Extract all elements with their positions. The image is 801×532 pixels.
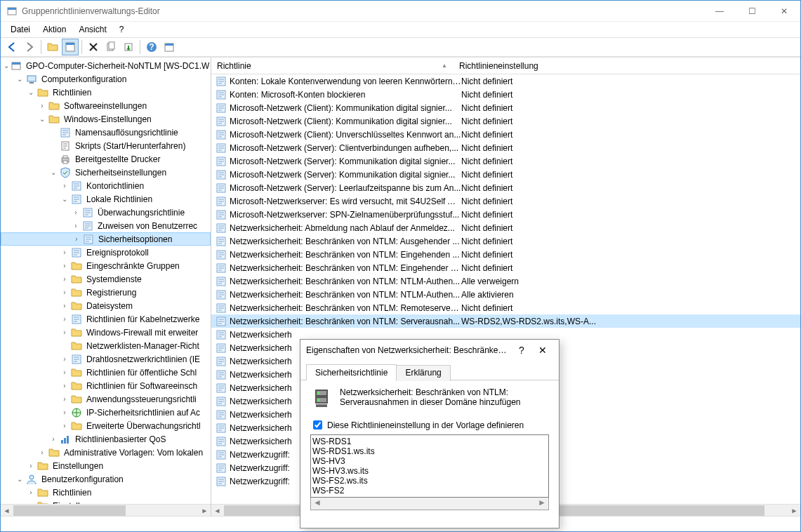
dialog-help-button[interactable]: ? xyxy=(511,345,532,356)
tree-item[interactable]: Netzwerklisten-Manager-Richt xyxy=(1,339,211,352)
scroll-left-button[interactable]: ◄ xyxy=(311,498,324,510)
policy-row[interactable]: Microsoft-Netzwerk (Server): Kommunikati… xyxy=(211,168,800,181)
tree-item[interactable]: ⌄Lokale Richtlinien xyxy=(1,192,211,206)
expand-toggle-icon[interactable]: › xyxy=(26,461,36,471)
scroll-right-button[interactable]: ► xyxy=(536,498,548,510)
tree-item[interactable]: ›Zuweisen von Benutzerrec xyxy=(1,219,211,232)
scroll-left-button[interactable]: ◄ xyxy=(1,505,13,516)
column-richtlinie[interactable]: Richtlinie▲ xyxy=(211,61,454,71)
tree-item[interactable]: ›Sicherheitsoptionen xyxy=(1,232,211,246)
tree-item[interactable]: ›Kontorichtlinien xyxy=(1,179,211,192)
menu-datei[interactable]: Datei xyxy=(5,23,36,36)
tree-horizontal-scrollbar[interactable]: ◄ ► xyxy=(1,504,211,516)
tree-item[interactable]: ›Eingeschränkte Gruppen xyxy=(1,259,211,272)
scroll-right-button[interactable]: ► xyxy=(199,505,211,516)
menu-help[interactable]: ? xyxy=(114,23,130,36)
expand-toggle-icon[interactable]: › xyxy=(71,208,81,218)
show-tree-button[interactable] xyxy=(62,39,79,55)
tree-item[interactable]: ⌄Computerkonfiguration xyxy=(1,72,211,86)
collapse-toggle-icon[interactable]: ⌄ xyxy=(26,88,36,98)
policy-row[interactable]: Netzwerksicherheit: Beschränken von NTLM… xyxy=(211,288,800,301)
delete-button[interactable] xyxy=(85,39,102,55)
tree-view[interactable]: ⌄GPO-Computer-Sicherheit-NoNTLM [WS-DC1.… xyxy=(1,58,211,504)
up-button[interactable] xyxy=(44,39,61,55)
tree-item[interactable]: ›Richtlinien für öffentliche Schl xyxy=(1,366,211,379)
policy-row[interactable]: Microsoft-Netzwerk (Server): Clientverbi… xyxy=(211,141,800,154)
tree-item[interactable]: ›Richtlinien xyxy=(1,486,211,499)
policy-row[interactable]: Konten: Microsoft-Konten blockierenNicht… xyxy=(211,88,800,101)
tree-item[interactable]: Skripts (Start/Herunterfahren) xyxy=(1,139,211,152)
tree-item[interactable]: ›Registrierung xyxy=(1,286,211,299)
tree-item[interactable]: ›Richtlinien für Kabelnetzwerke xyxy=(1,312,211,326)
close-button[interactable]: ✕ xyxy=(768,1,800,22)
tree-item[interactable]: ›Überwachungsrichtlinie xyxy=(1,206,211,219)
menu-ansicht[interactable]: Ansicht xyxy=(73,23,112,36)
policy-row[interactable]: Netzwerksicherheit: Beschränken von NTLM… xyxy=(211,234,800,248)
expand-toggle-icon[interactable]: › xyxy=(60,261,69,271)
tree-item[interactable]: ›Erweiterte Überwachungsrichtl xyxy=(1,419,211,432)
scroll-right-button[interactable]: ► xyxy=(788,505,800,516)
tree-item[interactable]: ›Richtlinienbasierter QoS xyxy=(1,432,211,446)
tree-item[interactable]: ›Einstellungen xyxy=(1,499,211,504)
nav-back-button[interactable] xyxy=(4,39,20,55)
tree-item[interactable]: ›Systemdienste xyxy=(1,272,211,286)
menu-aktion[interactable]: Aktion xyxy=(37,23,72,36)
expand-toggle-icon[interactable]: › xyxy=(60,368,69,378)
properties-button[interactable] xyxy=(102,39,119,55)
expand-toggle-icon[interactable]: › xyxy=(60,181,69,191)
tree-item[interactable]: ⌄GPO-Computer-Sicherheit-NoNTLM [WS-DC1.… xyxy=(1,59,211,72)
expand-toggle-icon[interactable]: › xyxy=(26,488,36,498)
tree-item[interactable]: ›Ereignisprotokoll xyxy=(1,246,211,259)
tree-item[interactable]: ›Windows-Firewall mit erweiter xyxy=(1,326,211,339)
policy-row[interactable]: Netzwerksicherheit: Beschränken von NTLM… xyxy=(211,274,800,288)
policy-row[interactable]: Microsoft-Netzwerk (Client): Unverschlüs… xyxy=(211,128,800,141)
collapse-toggle-icon[interactable]: ⌄ xyxy=(15,474,25,484)
maximize-button[interactable]: ☐ xyxy=(736,1,768,22)
tab-sicherheitsrichtlinie[interactable]: Sicherheitsrichtlinie xyxy=(306,364,397,380)
column-richtlinieneinstellung[interactable]: Richtlinieneinstellung xyxy=(454,61,545,71)
policy-row[interactable]: Netzwerksicherheit: Beschränken von NTLM… xyxy=(211,261,800,274)
expand-toggle-icon[interactable]: › xyxy=(37,448,47,458)
tree-item[interactable]: ›Softwareeinstellungen xyxy=(1,99,211,112)
expand-toggle-icon[interactable]: › xyxy=(48,434,58,444)
tree-item[interactable]: Bereitgestellte Drucker xyxy=(1,152,211,166)
tree-item[interactable]: ›Administrative Vorlagen: Vom lokalen xyxy=(1,446,211,459)
policy-row[interactable]: Microsoft-Netzwerk (Server): Kommunikati… xyxy=(211,154,800,168)
tree-item[interactable]: ⌄Windows-Einstellungen xyxy=(1,112,211,126)
policy-row[interactable]: Konten: Lokale Kontenverwendung von leer… xyxy=(211,74,800,88)
tree-item[interactable]: Namensauflösungsrichtlinie xyxy=(1,126,211,139)
expand-toggle-icon[interactable]: › xyxy=(60,288,69,298)
textarea-horizontal-scrollbar[interactable]: ◄ ► xyxy=(310,498,549,510)
extra-button[interactable] xyxy=(161,39,178,55)
expand-toggle-icon[interactable]: › xyxy=(60,328,69,338)
export-button[interactable] xyxy=(120,39,137,55)
expand-toggle-icon[interactable]: › xyxy=(60,381,69,391)
expand-toggle-icon[interactable]: › xyxy=(60,408,69,418)
collapse-toggle-icon[interactable]: ⌄ xyxy=(37,114,47,124)
collapse-toggle-icon[interactable]: ⌄ xyxy=(48,168,58,178)
policy-row[interactable]: Microsoft-Netzwerk (Server): Leerlaufzei… xyxy=(211,181,800,194)
define-checkbox-row[interactable]: Diese Richtlinieneinstellung in der Vorl… xyxy=(310,418,549,432)
tree-item[interactable]: ⌄Benutzerkonfiguration xyxy=(1,472,211,486)
tree-item[interactable]: ›Richtlinien für Softwareeinsch xyxy=(1,379,211,392)
minimize-button[interactable]: — xyxy=(703,1,736,22)
collapse-toggle-icon[interactable]: ⌄ xyxy=(15,74,25,84)
policy-row[interactable]: Netzwerksicherheit: Abmeldung nach Ablau… xyxy=(211,221,800,234)
tree-item[interactable]: ›Dateisystem xyxy=(1,299,211,312)
expand-toggle-icon[interactable]: › xyxy=(72,234,81,244)
server-exceptions-textarea[interactable] xyxy=(310,434,549,498)
expand-toggle-icon[interactable]: › xyxy=(60,248,69,258)
nav-forward-button[interactable] xyxy=(21,39,38,55)
help-button[interactable] xyxy=(143,39,160,55)
dialog-close-button[interactable]: ✕ xyxy=(532,345,553,356)
dialog-titlebar[interactable]: Eigenschaften von Netzwerksicherheit: Be… xyxy=(300,340,559,361)
policy-row[interactable]: Microsoft-Netzwerk (Client): Kommunikati… xyxy=(211,114,800,128)
collapse-toggle-icon[interactable]: ⌄ xyxy=(4,61,9,71)
policy-row[interactable]: Netzwerksicherheit: Beschränken von NTLM… xyxy=(211,301,800,314)
policy-row[interactable]: Microsoft-Netzwerkserver: SPN-Zielnamenü… xyxy=(211,208,800,221)
expand-toggle-icon[interactable]: › xyxy=(60,274,69,284)
expand-toggle-icon[interactable]: › xyxy=(71,221,81,231)
expand-toggle-icon[interactable]: › xyxy=(60,301,69,311)
expand-toggle-icon[interactable]: › xyxy=(60,314,69,324)
policy-row[interactable]: Netzwerksicherheit: Beschränken von NTLM… xyxy=(211,248,800,261)
